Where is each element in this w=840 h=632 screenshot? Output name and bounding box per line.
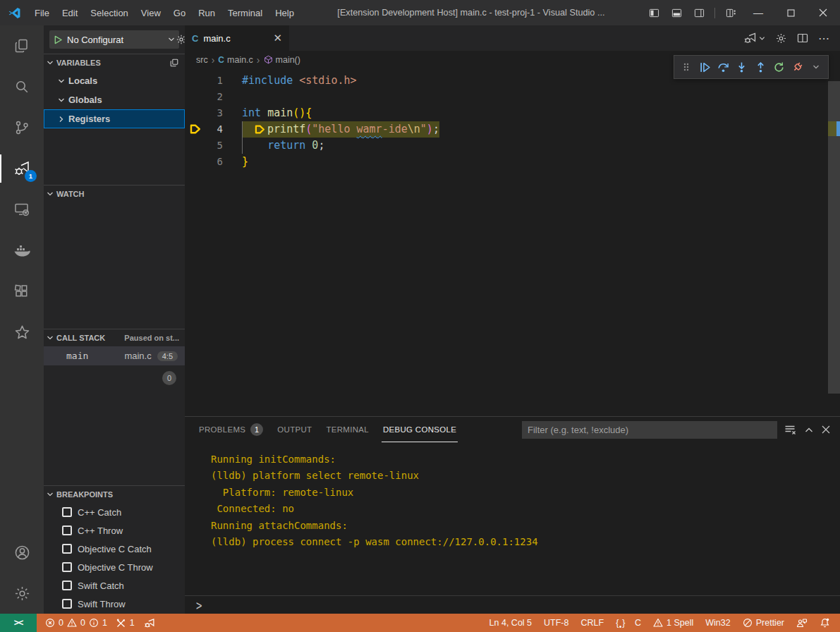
breakpoints-header[interactable]: BREAKPOINTS — [44, 486, 185, 503]
spell-checker-status[interactable]: 1 Spell — [653, 618, 693, 628]
breakpoint-item[interactable]: C++ Throw — [44, 521, 185, 540]
copy-icon[interactable] — [169, 58, 179, 68]
tab-main-c[interactable]: C main.c ✕ — [185, 25, 289, 51]
breakpoint-item[interactable]: Objective C Throw — [44, 558, 185, 576]
breakpoint-item[interactable]: Swift Throw — [44, 595, 185, 613]
breakpoint-item[interactable]: Swift Catch — [44, 576, 185, 595]
customize-layout-icon[interactable] — [720, 3, 741, 23]
accounts-icon[interactable] — [0, 532, 44, 573]
cursor-position[interactable]: Ln 4, Col 5 — [489, 618, 532, 628]
glyph-margin[interactable] — [185, 105, 205, 121]
explorer-icon[interactable] — [0, 25, 44, 66]
favorites-star-icon[interactable] — [0, 312, 44, 353]
launch-configuration-dropdown[interactable]: No Configurat — [49, 30, 179, 49]
settings-gear-icon[interactable] — [0, 573, 44, 614]
restart-button[interactable] — [771, 58, 786, 76]
remote-explorer-icon[interactable] — [0, 189, 44, 230]
tools-status[interactable]: 1 — [116, 618, 135, 628]
variables-item-globals[interactable]: Globals — [44, 90, 185, 109]
menu-run[interactable]: Run — [192, 5, 221, 21]
menu-go[interactable]: Go — [167, 5, 192, 21]
breadcrumb-src[interactable]: src — [196, 55, 208, 65]
menu-file[interactable]: File — [28, 5, 56, 21]
glyph-margin[interactable] — [185, 89, 205, 105]
panel-tab-terminal[interactable]: TERMINAL — [324, 417, 370, 442]
step-over-button[interactable] — [716, 58, 731, 76]
more-actions-icon[interactable]: ⋯ — [818, 32, 830, 45]
close-panel-icon[interactable] — [822, 425, 830, 434]
toggle-panel-icon[interactable] — [666, 3, 687, 23]
extensions-icon[interactable] — [0, 271, 44, 312]
run-or-debug-button[interactable] — [743, 31, 765, 45]
menu-terminal[interactable]: Terminal — [221, 5, 269, 21]
variables-item-registers[interactable]: Registers — [44, 109, 185, 128]
breakpoint-checkbox[interactable] — [62, 599, 72, 609]
disconnect-button[interactable] — [790, 58, 805, 76]
maximize-button[interactable] — [775, 1, 806, 25]
breakpoint-item[interactable]: Objective C Catch — [44, 540, 185, 558]
minimize-button[interactable]: — — [743, 1, 774, 25]
current-statement-arrow-icon[interactable] — [185, 121, 205, 138]
variables-item-locals[interactable]: Locals — [44, 71, 185, 90]
breakpoint-checkbox[interactable] — [62, 507, 72, 517]
code-line-5[interactable]: 5 return 0; — [185, 138, 840, 154]
code-line-4[interactable]: 4 printf("hello wamr-ide\n"); — [185, 121, 840, 138]
maximize-panel-chevron-icon[interactable] — [805, 427, 813, 433]
variables-header[interactable]: VARIABLES — [44, 54, 185, 71]
run-and-debug-icon[interactable]: 1 — [0, 148, 44, 189]
breakpoint-checkbox[interactable] — [62, 525, 72, 535]
remote-indicator[interactable]: >< — [0, 614, 37, 632]
debug-console-output[interactable]: Running initCommands:(lldb) platform sel… — [185, 442, 840, 595]
formatter-status[interactable]: Prettier — [743, 618, 784, 628]
breadcrumb-file[interactable]: Cmain.c — [218, 55, 253, 65]
debug-console-input[interactable]: > — [185, 595, 840, 614]
language-mode[interactable]: {} C — [616, 618, 641, 628]
close-window-button[interactable] — [808, 1, 839, 25]
continue-button[interactable] — [697, 58, 712, 76]
debug-status-icon[interactable] — [143, 617, 155, 629]
breakpoint-checkbox[interactable] — [62, 544, 72, 554]
call-stack-header[interactable]: CALL STACK Paused on st... — [44, 329, 185, 346]
panel-tab-debug-console[interactable]: DEBUG CONSOLE — [382, 417, 458, 442]
menu-help[interactable]: Help — [269, 5, 300, 21]
glyph-margin[interactable] — [185, 138, 205, 154]
eol-sequence[interactable]: CRLF — [580, 618, 604, 628]
step-into-button[interactable] — [734, 58, 750, 76]
menu-view[interactable]: View — [135, 5, 167, 21]
toolbar-drag-grip[interactable] — [678, 58, 694, 76]
feedback-icon[interactable] — [796, 618, 808, 628]
toggle-sidebar-icon[interactable] — [643, 3, 664, 23]
console-filter-input[interactable] — [522, 421, 777, 439]
source-control-icon[interactable] — [0, 107, 44, 148]
problems-status[interactable]: 0 0 1 — [45, 618, 107, 628]
code-line-3[interactable]: 3int main(){ — [185, 105, 840, 121]
menu-edit[interactable]: Edit — [56, 5, 84, 21]
notifications-bell-icon[interactable] — [820, 617, 830, 628]
stack-frame-row[interactable]: main main.c 4:5 — [44, 346, 185, 365]
panel-tab-problems[interactable]: PROBLEMS1 — [197, 417, 264, 442]
encoding[interactable]: UTF-8 — [544, 618, 568, 628]
configure-gear-icon[interactable] — [176, 34, 185, 45]
breakpoint-checkbox[interactable] — [62, 581, 72, 590]
editor-settings-gear-icon[interactable] — [775, 32, 787, 44]
clear-console-icon[interactable] — [784, 425, 796, 435]
step-out-button[interactable] — [753, 58, 768, 76]
toolbar-more-icon[interactable] — [808, 58, 824, 76]
menu-selection[interactable]: Selection — [84, 5, 134, 21]
code-line-2[interactable]: 2 — [185, 89, 840, 105]
watch-header[interactable]: WATCH — [44, 186, 185, 202]
breakpoint-checkbox[interactable] — [62, 562, 72, 572]
platform-target[interactable]: Win32 — [705, 618, 730, 628]
search-icon[interactable] — [0, 66, 44, 107]
docker-icon[interactable] — [0, 230, 44, 271]
glyph-margin[interactable] — [185, 73, 205, 89]
panel-tab-output[interactable]: OUTPUT — [276, 417, 313, 442]
toggle-secondary-sidebar-icon[interactable] — [688, 3, 710, 23]
code-line-6[interactable]: 6} — [185, 154, 840, 170]
breadcrumb-symbol[interactable]: main() — [264, 55, 300, 65]
close-tab-icon[interactable]: ✕ — [273, 32, 282, 44]
glyph-margin[interactable] — [185, 154, 205, 170]
code-editor[interactable]: 1#include <stdio.h>23int main(){4 printf… — [185, 69, 840, 416]
split-editor-icon[interactable] — [797, 32, 808, 44]
breakpoint-item[interactable]: C++ Catch — [44, 503, 185, 521]
